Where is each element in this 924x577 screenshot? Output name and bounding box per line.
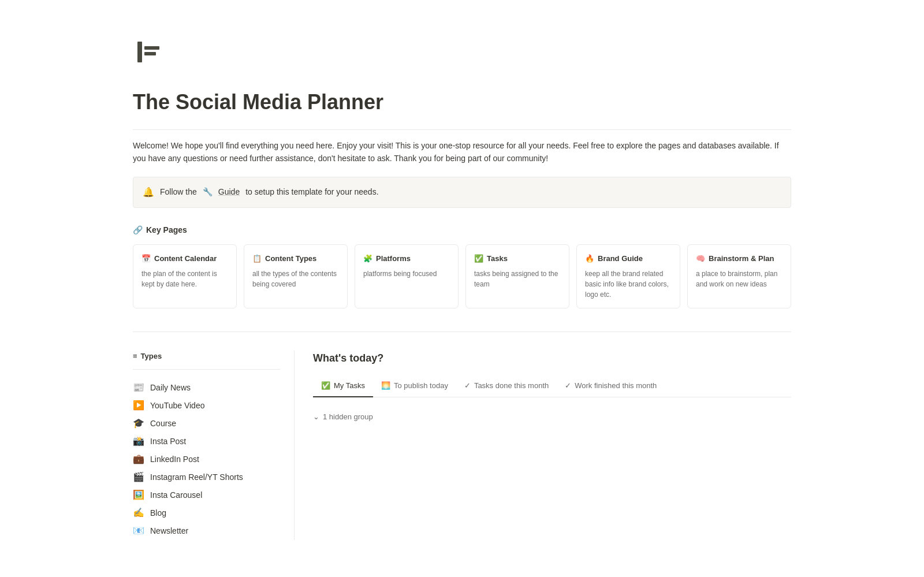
- card-desc-5: a place to brainstorm, plan and work on …: [696, 269, 783, 289]
- whats-today-section: What's today? ✅ My Tasks 🌅 To publish to…: [295, 351, 791, 540]
- tab-0[interactable]: ✅ My Tasks: [313, 375, 373, 397]
- page-title: The Social Media Planner: [133, 87, 791, 118]
- guide-emoji: 🔧: [203, 186, 213, 198]
- type-label-8: Newsletter: [150, 525, 188, 537]
- type-item-2[interactable]: 🎓 Course: [133, 415, 280, 433]
- hidden-group[interactable]: ⌄ 1 hidden group: [313, 407, 791, 427]
- type-item-0[interactable]: 📰 Daily News: [133, 379, 280, 397]
- key-page-card-4[interactable]: 🔥 Brand Guide keep all the brand related…: [576, 244, 680, 309]
- callout-suffix: to setup this template for your needs.: [245, 186, 378, 198]
- svg-rect-0: [137, 42, 142, 62]
- type-label-5: Instagram Reel/YT Shorts: [150, 471, 243, 483]
- key-page-card-5[interactable]: 🧠 Brainstorm & Plan a place to brainstor…: [687, 244, 791, 309]
- type-item-1[interactable]: ▶️ YouTube Video: [133, 397, 280, 415]
- card-icon-5: 🧠: [696, 253, 705, 265]
- tab-label-2: Tasks done this month: [474, 380, 549, 392]
- tabs-bar: ✅ My Tasks 🌅 To publish today ✓ Tasks do…: [313, 375, 791, 397]
- type-icon-2: 🎓: [133, 418, 144, 429]
- type-icon-5: 🎬: [133, 471, 144, 483]
- card-icon-1: 📋: [252, 253, 262, 265]
- card-icon-0: 📅: [141, 253, 151, 265]
- type-label-2: Course: [150, 418, 176, 430]
- card-desc-0: the plan of the content is kept by date …: [141, 269, 228, 289]
- card-label-5: Brainstorm & Plan: [709, 253, 774, 265]
- whats-today-title: What's today?: [313, 351, 791, 366]
- key-pages-header: 🔗 Key Pages: [133, 224, 791, 236]
- card-icon-4: 🔥: [585, 253, 594, 265]
- type-icon-7: ✍️: [133, 507, 144, 519]
- tab-icon-1: 🌅: [381, 380, 390, 392]
- key-page-card-3[interactable]: ✅ Tasks tasks being assigned to the team: [465, 244, 569, 309]
- card-desc-1: all the types of the contents being cove…: [252, 269, 339, 289]
- svg-rect-2: [144, 52, 156, 55]
- bottom-section: ≡ Types 📰 Daily News ▶️ YouTube Video 🎓 …: [133, 332, 791, 540]
- guide-link[interactable]: Guide: [218, 186, 240, 198]
- tab-label-3: Work finished this month: [575, 380, 657, 392]
- card-label-2: Platforms: [376, 253, 411, 265]
- type-label-6: Insta Carousel: [150, 489, 202, 501]
- callout-prefix: Follow the: [160, 186, 197, 198]
- type-item-4[interactable]: 💼 LinkedIn Post: [133, 451, 280, 468]
- key-pages-grid: 📅 Content Calendar the plan of the conte…: [133, 244, 791, 309]
- key-page-card-1[interactable]: 📋 Content Types all the types of the con…: [244, 244, 348, 309]
- key-page-card-0[interactable]: 📅 Content Calendar the plan of the conte…: [133, 244, 237, 309]
- tab-label-1: To publish today: [394, 380, 448, 392]
- card-label-4: Brand Guide: [598, 253, 643, 265]
- link-icon: 🔗: [133, 224, 143, 236]
- type-icon-0: 📰: [133, 382, 144, 393]
- welcome-text: Welcome! We hope you'll find everything …: [133, 139, 791, 165]
- type-icon-4: 💼: [133, 453, 144, 465]
- hidden-group-text: 1 hidden group: [323, 411, 373, 423]
- tab-icon-0: ✅: [321, 380, 330, 392]
- svg-rect-1: [144, 46, 159, 50]
- type-label-3: Insta Post: [150, 435, 186, 448]
- type-item-8[interactable]: 📧 Newsletter: [133, 522, 280, 540]
- card-label-3: Tasks: [487, 253, 508, 265]
- types-header: ≡ Types: [133, 351, 280, 370]
- title-divider: [133, 129, 791, 130]
- card-title-0: 📅 Content Calendar: [141, 253, 228, 265]
- types-label: Types: [141, 351, 162, 362]
- logo-area: [133, 35, 791, 73]
- key-pages-label: Key Pages: [146, 224, 187, 236]
- type-item-3[interactable]: 📸 Insta Post: [133, 433, 280, 451]
- tab-icon-2: ✓: [464, 380, 471, 392]
- card-title-1: 📋 Content Types: [252, 253, 339, 265]
- type-label-7: Blog: [150, 507, 166, 519]
- card-desc-4: keep all the brand related basic info li…: [585, 269, 672, 300]
- type-icon-3: 📸: [133, 435, 144, 447]
- type-item-5[interactable]: 🎬 Instagram Reel/YT Shorts: [133, 468, 280, 486]
- card-icon-2: 🧩: [363, 253, 372, 265]
- card-title-4: 🔥 Brand Guide: [585, 253, 672, 265]
- card-title-2: 🧩 Platforms: [363, 253, 450, 265]
- tab-2[interactable]: ✓ Tasks done this month: [456, 375, 557, 397]
- card-title-5: 🧠 Brainstorm & Plan: [696, 253, 783, 265]
- type-item-7[interactable]: ✍️ Blog: [133, 504, 280, 522]
- chevron-down-icon: ⌄: [313, 411, 319, 423]
- type-label-4: LinkedIn Post: [150, 453, 199, 466]
- tab-label-0: My Tasks: [334, 380, 365, 392]
- card-title-3: ✅ Tasks: [474, 253, 561, 265]
- types-list: 📰 Daily News ▶️ YouTube Video 🎓 Course 📸…: [133, 379, 280, 540]
- list-icon: ≡: [133, 351, 137, 362]
- key-page-card-2[interactable]: 🧩 Platforms platforms being focused: [355, 244, 459, 309]
- type-icon-1: ▶️: [133, 400, 144, 411]
- types-sidebar: ≡ Types 📰 Daily News ▶️ YouTube Video 🎓 …: [133, 351, 295, 540]
- card-desc-2: platforms being focused: [363, 269, 450, 279]
- type-item-6[interactable]: 🖼️ Insta Carousel: [133, 486, 280, 504]
- callout-box: 🔔 Follow the 🔧 Guide to setup this templ…: [133, 177, 791, 208]
- type-label-0: Daily News: [150, 382, 191, 394]
- tab-3[interactable]: ✓ Work finished this month: [557, 375, 665, 397]
- type-icon-8: 📧: [133, 525, 144, 537]
- logo-icon: [133, 35, 167, 69]
- card-icon-3: ✅: [474, 253, 483, 265]
- card-label-1: Content Types: [265, 253, 316, 265]
- type-label-1: YouTube Video: [150, 400, 204, 412]
- tab-icon-3: ✓: [565, 380, 571, 392]
- bell-icon: 🔔: [143, 185, 154, 199]
- card-label-0: Content Calendar: [154, 253, 217, 265]
- tab-1[interactable]: 🌅 To publish today: [373, 375, 456, 397]
- type-icon-6: 🖼️: [133, 489, 144, 501]
- card-desc-3: tasks being assigned to the team: [474, 269, 561, 289]
